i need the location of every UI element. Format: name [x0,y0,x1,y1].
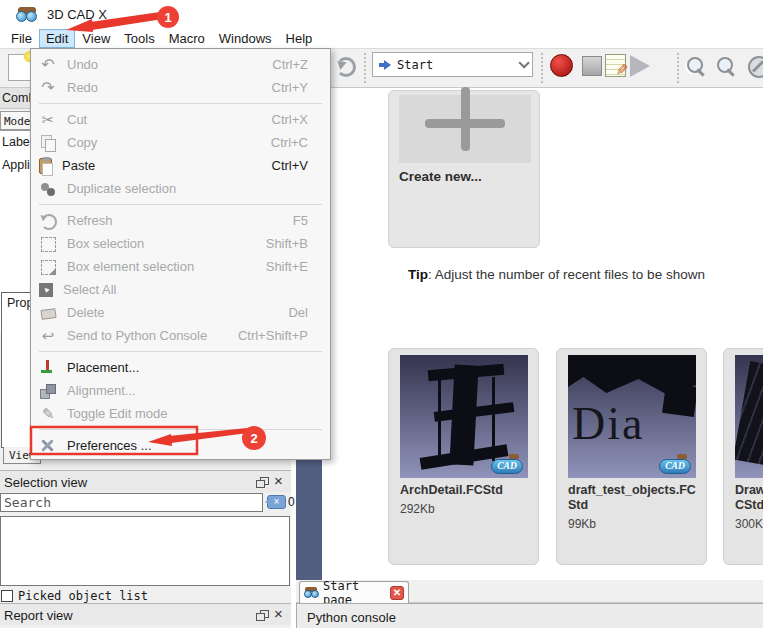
copy-icon [39,134,57,152]
menu-item-label: Box element selection [67,259,266,274]
menu-help[interactable]: Help [279,29,320,48]
menu-item-box-selection[interactable]: Box selectionShift+B [31,232,330,255]
picked-object-checkbox[interactable] [1,590,13,602]
tree-labels-header: Labe [2,135,30,149]
chevron-down-icon [518,57,529,68]
clear-search-icon[interactable]: × [267,495,286,509]
menu-item-paste[interactable]: PasteCtrl+V [31,154,330,177]
tree-item-application[interactable]: Appli [2,158,30,172]
recent-file-card[interactable]: Draw CStd 300Kb [723,348,763,565]
menu-item-placement[interactable]: Placement... [31,356,330,379]
redo-icon [39,79,57,97]
box-element-selection-icon [39,258,57,276]
selection-list[interactable] [0,516,290,586]
thumbnail-text: Dia [572,397,644,450]
placement-axes-icon [39,359,57,377]
menu-item-label: Send to Python Console [67,328,238,343]
menu-item-label: Duplicate selection [67,181,308,196]
menu-item-shortcut: Shift+B [266,236,330,251]
menu-item-cut[interactable]: CutCtrl+X [31,108,330,131]
menu-item-select-all[interactable]: Select All [31,278,330,301]
menu-view[interactable]: View [75,29,117,48]
menu-item-send-to-python-console[interactable]: Send to Python ConsoleCtrl+Shift+P [31,324,330,347]
menu-item-refresh[interactable]: RefreshF5 [31,209,330,232]
file-name: Draw CStd [735,483,763,513]
send-arrow-icon [39,327,57,345]
window-title: 3D CAD X [47,7,107,22]
toolbar-grip[interactable] [364,53,367,83]
menu-windows[interactable]: Windows [212,29,279,48]
tip-bold: Tip [408,267,428,282]
menu-macro[interactable]: Macro [162,29,212,48]
zoom-document-button[interactable] [686,56,708,78]
menu-item-undo[interactable]: UndoCtrl+Z [31,53,330,76]
menu-item-label: Select All [63,282,308,297]
menu-item-duplicate-selection[interactable]: Duplicate selection [31,177,330,200]
recent-file-card[interactable]: Dia CAD draft_test_objects.FCStd 99Kb [556,348,707,565]
undo-icon [39,56,57,74]
menu-separator [39,351,322,352]
float-panel-icon[interactable] [256,477,268,488]
toolbar-grip[interactable] [677,53,680,83]
tip-rest: : Adjust the number of recent files to b… [428,267,705,282]
menu-item-label: Cut [67,112,272,127]
picked-object-label: Picked object list [18,589,148,603]
workbench-value: Start [397,58,433,72]
macro-edit-button[interactable] [605,54,626,77]
menu-item-toggle-edit-mode[interactable]: Toggle Edit mode [31,402,330,425]
menu-file[interactable]: File [4,29,39,48]
menu-item-alignment[interactable]: Alignment... [31,379,330,402]
menu-item-redo[interactable]: RedoCtrl+Y [31,76,330,99]
menu-separator [39,204,322,205]
select-all-icon [39,283,53,297]
cad-logo-watermark: CAD [659,459,691,474]
file-name: draft_test_objects.FCStd [568,483,698,513]
file-size: 292Kb [400,502,530,516]
clipboard-icon [39,158,52,174]
toolbar-grip[interactable] [541,53,544,83]
macro-record-button[interactable] [550,54,573,77]
workbench-selector[interactable]: Start [372,52,533,77]
menu-item-label: Paste [62,158,272,173]
menu-item-box-element-selection[interactable]: Box element selectionShift+E [31,255,330,278]
zoom-in-button[interactable] [716,56,738,78]
close-panel-icon[interactable]: × [274,605,283,622]
menu-item-shortcut: Shift+E [266,259,330,274]
file-name: ArchDetail.FCStd [400,483,530,498]
menu-item-shortcut: Ctrl+X [272,112,330,127]
menu-item-shortcut: Ctrl+Z [272,57,330,72]
start-page-tab-icon [304,587,319,598]
menu-separator [39,429,322,430]
mdi-tab-bar: Start page ✕ [296,580,763,603]
close-panel-icon[interactable]: × [274,472,283,489]
menu-item-shortcut: Ctrl+V [272,158,330,173]
report-view-title: Report view [4,608,73,623]
menu-item-shortcut: F5 [293,213,330,228]
menu-item-copy[interactable]: CopyCtrl+C [31,131,330,154]
tab-start-page[interactable]: Start page ✕ [299,581,409,603]
menu-item-preferences[interactable]: Preferences ... [31,434,330,457]
close-tab-icon[interactable]: ✕ [390,586,404,600]
float-panel-icon[interactable] [256,610,268,621]
scissors-icon [39,111,57,129]
menu-item-delete[interactable]: DeleteDel [31,301,330,324]
report-view-panel-header: Report view × [0,603,291,625]
menu-item-shortcut: Ctrl+Y [272,80,330,95]
create-new-label: Create new... [399,169,482,184]
recent-file-card[interactable]: CAD ArchDetail.FCStd 292Kb [388,348,539,565]
selection-search-input[interactable] [0,493,263,512]
picked-object-row: Picked object list [1,589,148,603]
menu-item-label: Delete [67,305,288,320]
selection-match-count: 0 [288,495,295,509]
zoom-selection-button[interactable] [748,56,763,78]
macro-play-button[interactable] [630,55,650,77]
new-document-icon[interactable] [8,54,32,81]
menu-edit[interactable]: Edit [39,29,75,48]
menu-item-label: Refresh [67,213,293,228]
macro-stop-button[interactable] [582,56,602,76]
menu-tools[interactable]: Tools [117,29,161,48]
alignment-icon [39,382,57,400]
menu-separator [39,103,322,104]
create-new-card[interactable]: Create new... [388,90,540,248]
toolbar-refresh-icon[interactable] [336,57,356,77]
